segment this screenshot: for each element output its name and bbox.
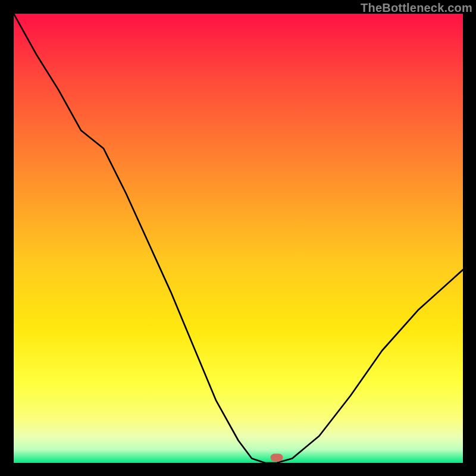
plot-area [14, 14, 463, 463]
optimum-marker [270, 453, 283, 461]
curve-path [14, 14, 463, 463]
chart-stage: TheBottleneck.com [0, 0, 476, 476]
watermark-label: TheBottleneck.com [361, 1, 472, 15]
bottleneck-curve [14, 14, 463, 463]
